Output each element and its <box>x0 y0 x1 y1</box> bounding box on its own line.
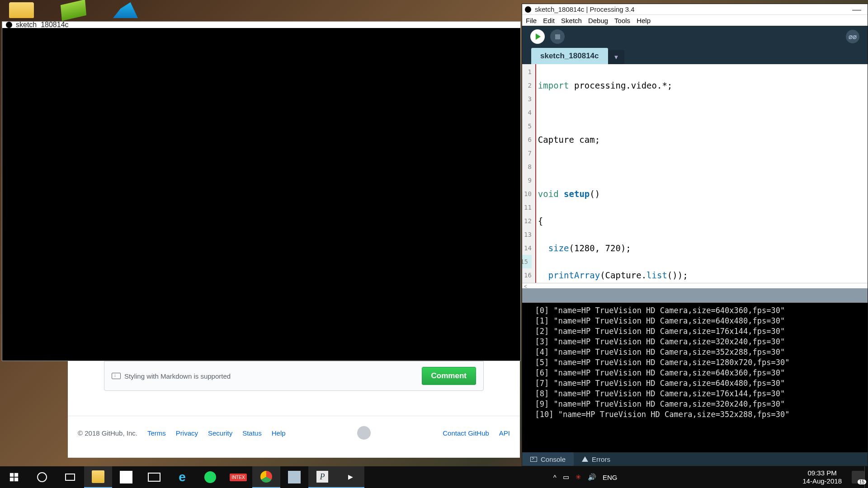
warning-icon <box>582 456 588 462</box>
taskbar-chrome[interactable] <box>252 466 280 488</box>
task-view-button[interactable] <box>56 466 84 488</box>
taskbar-spotify[interactable] <box>196 466 224 488</box>
menu-edit[interactable]: Edit <box>543 17 555 24</box>
tray-language[interactable]: ENG <box>603 474 618 481</box>
show-desktop-button[interactable] <box>864 466 868 488</box>
tray-network-icon[interactable]: ✳ <box>576 473 581 481</box>
taskbar-clock[interactable]: 09:33 PM 14-Aug-2018 <box>796 469 848 485</box>
footer-status[interactable]: Status <box>242 429 262 437</box>
code-text: (Capture. <box>600 270 646 280</box>
taskbar-app1[interactable] <box>280 466 308 488</box>
code-text: processing.video.*; <box>569 80 673 90</box>
desktop-bluestacks-icon[interactable] <box>61 0 86 21</box>
svg-rect-0 <box>10 473 14 477</box>
ide-tabstrip: sketch_180814c ▼ <box>522 47 868 64</box>
sketch-title: sketch_180814c <box>16 21 69 29</box>
console-icon <box>530 457 537 462</box>
action-center-button[interactable] <box>852 471 864 483</box>
svg-rect-3 <box>14 478 18 481</box>
start-button[interactable] <box>0 466 28 488</box>
tray-battery-icon[interactable]: ▭ <box>563 473 569 481</box>
minimize-button[interactable]: — <box>849 5 865 14</box>
taskbar-sketch[interactable]: ▶ <box>336 466 364 488</box>
github-comment-footer: Styling with Markdown is supported Comme… <box>104 361 484 391</box>
footer-privacy[interactable]: Privacy <box>176 429 198 437</box>
github-logo-icon[interactable] <box>357 426 371 440</box>
intex-icon: INTEX <box>230 474 246 481</box>
tab-menu-arrow[interactable]: ▼ <box>608 50 625 64</box>
console-tab[interactable]: Console <box>522 452 574 466</box>
code-text <box>559 189 564 199</box>
sketch-tab[interactable]: sketch_180814c <box>531 48 608 64</box>
run-button[interactable] <box>530 29 545 44</box>
taskbar-processing[interactable]: P <box>308 466 336 488</box>
ide-menubar: File Edit Sketch Debug Tools Help <box>522 15 868 26</box>
menu-sketch[interactable]: Sketch <box>561 17 582 24</box>
footer-api[interactable]: API <box>499 429 510 437</box>
store-icon <box>120 471 132 483</box>
markdown-icon <box>112 373 121 379</box>
markdown-hint[interactable]: Styling with Markdown is supported <box>112 372 231 380</box>
code-text: (1280, 720); <box>569 243 631 253</box>
clock-date: 14-Aug-2018 <box>802 477 842 485</box>
svg-rect-1 <box>14 473 18 477</box>
ide-toolbar: ⌀⌀ <box>522 26 868 47</box>
folder-icon <box>92 470 104 483</box>
mail-icon <box>148 473 160 482</box>
ide-title: sketch_180814c | Processing 3.4 <box>535 5 635 13</box>
stop-button[interactable] <box>550 29 565 44</box>
desktop-icons <box>9 2 138 18</box>
system-tray: ^ ▭ ✳ 🔊 ENG <box>553 473 620 481</box>
footer-security[interactable]: Security <box>208 429 232 437</box>
processing-icon: P <box>316 471 328 483</box>
fn: setup <box>564 189 590 199</box>
clock-time: 09:33 PM <box>802 469 842 477</box>
errors-tab[interactable]: Errors <box>574 452 618 466</box>
cortana-button[interactable] <box>28 466 56 488</box>
tray-volume-icon[interactable]: 🔊 <box>588 473 596 481</box>
sketch-output-window[interactable]: sketch_180814c <box>2 21 521 361</box>
taskbar-intex[interactable]: INTEX <box>224 466 252 488</box>
code-text: ()); <box>667 270 688 280</box>
ide-titlebar[interactable]: sketch_180814c | Processing 3.4 — <box>522 4 868 15</box>
taskview-icon <box>65 474 75 481</box>
footer-help[interactable]: Help <box>272 429 286 437</box>
menu-file[interactable]: File <box>526 17 537 24</box>
taskbar-mail[interactable] <box>140 466 168 488</box>
markdown-hint-text: Styling with Markdown is supported <box>124 372 231 380</box>
processing-icon <box>525 6 531 13</box>
kw: void <box>538 189 559 199</box>
code-editor[interactable]: 12345678910111213141516 import processin… <box>522 64 868 283</box>
sketch-canvas <box>2 28 520 361</box>
code-area[interactable]: import processing.video.*; Capture cam; … <box>536 64 868 283</box>
console-output[interactable]: [0] "name=HP TrueVision HD Camera,size=6… <box>522 303 868 452</box>
desktop-app-icon[interactable] <box>113 2 138 18</box>
code-text <box>538 243 548 253</box>
desktop-folder-icon[interactable] <box>9 2 34 18</box>
fn: list <box>646 270 667 280</box>
footer-contact[interactable]: Contact GitHub <box>443 429 489 437</box>
taskbar-edge[interactable]: e <box>168 466 196 488</box>
circle-icon <box>37 472 47 482</box>
debug-toggle-button[interactable]: ⌀⌀ <box>846 30 859 43</box>
code-text: { <box>538 216 543 226</box>
svg-rect-2 <box>10 478 14 481</box>
comment-button[interactable]: Comment <box>422 367 476 385</box>
menu-tools[interactable]: Tools <box>614 17 630 24</box>
taskbar-store[interactable] <box>112 466 140 488</box>
taskbar-explorer[interactable] <box>84 466 112 488</box>
sketch-titlebar[interactable]: sketch_180814c <box>2 22 520 28</box>
footer-divider <box>68 416 520 416</box>
footer-terms[interactable]: Terms <box>147 429 166 437</box>
ide-bottom-tabs: Console Errors <box>522 452 868 466</box>
play-icon: ▶ <box>348 473 353 480</box>
menu-help[interactable]: Help <box>637 17 651 24</box>
editor-scroll-indicator[interactable]: < <box>522 283 868 288</box>
processing-ide-window[interactable]: sketch_180814c | Processing 3.4 — File E… <box>522 4 868 466</box>
app-icon <box>288 471 301 483</box>
menu-debug[interactable]: Debug <box>588 17 608 24</box>
ide-status-bar <box>522 288 868 303</box>
edge-icon: e <box>179 470 186 484</box>
tray-overflow[interactable]: ^ <box>553 474 557 481</box>
processing-icon <box>6 22 12 28</box>
